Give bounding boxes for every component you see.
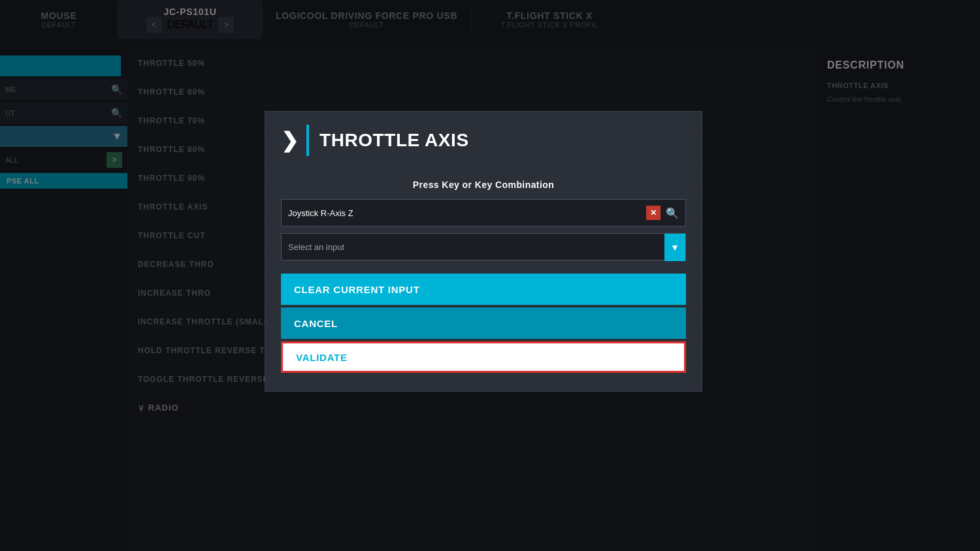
modal-dialog: ❯ THROTTLE AXIS Press Key or Key Combina…: [265, 111, 702, 392]
cancel-button[interactable]: CANCEL: [281, 307, 686, 339]
modal-input-value: Joystick R-Axis Z: [288, 208, 641, 218]
modal-input-clear-button[interactable]: ✕: [646, 206, 661, 220]
modal-select-row[interactable]: Select an input ▼: [281, 233, 686, 260]
modal-input-row: Joystick R-Axis Z ✕ 🔍: [281, 199, 686, 227]
modal-select-placeholder: Select an input: [288, 242, 679, 252]
modal-select-dropdown-arrow[interactable]: ▼: [664, 234, 685, 261]
modal-search-icon[interactable]: 🔍: [666, 207, 679, 219]
clear-current-input-button[interactable]: CLEAR CURRENT INPUT: [281, 274, 686, 305]
clear-current-input-label: CLEAR CURRENT INPUT: [294, 284, 420, 295]
modal-header: ❯ THROTTLE AXIS: [265, 112, 702, 169]
clear-x-icon: ✕: [650, 208, 657, 217]
modal-subtitle: Press Key or Key Combination: [281, 180, 686, 190]
chevron-down-icon: ▼: [670, 242, 679, 253]
modal-title-bar: [306, 125, 309, 156]
cancel-label: CANCEL: [294, 318, 338, 329]
validate-button[interactable]: VALIDATE: [281, 341, 686, 373]
validate-label: VALIDATE: [296, 352, 348, 363]
modal-title: THROTTLE AXIS: [319, 130, 469, 151]
modal-chevron-icon: ❯: [281, 128, 299, 153]
modal-body: Press Key or Key Combination Joystick R-…: [265, 169, 702, 391]
